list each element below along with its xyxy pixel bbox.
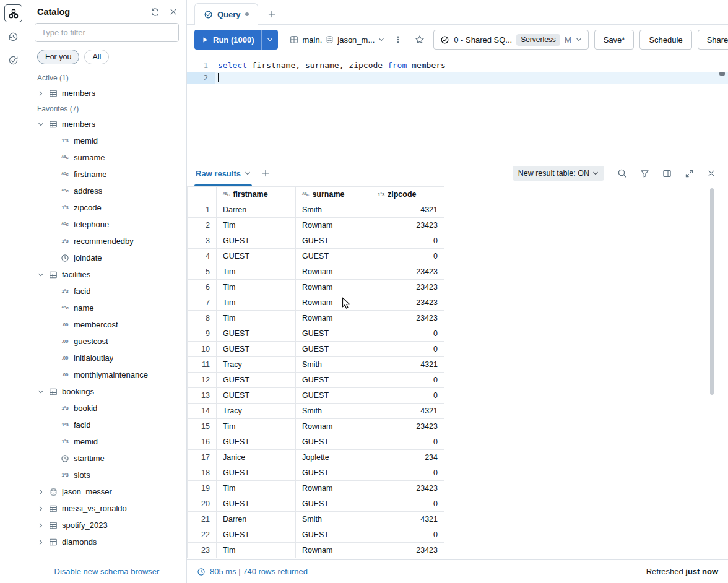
tree-item-facilities[interactable]: facilities bbox=[27, 266, 186, 283]
tree-item-messi_vs_ronaldo[interactable]: messi_vs_ronaldo bbox=[27, 500, 186, 517]
cell-firstname[interactable]: GUEST bbox=[217, 249, 296, 264]
cell-firstname[interactable]: GUEST bbox=[217, 388, 296, 404]
cell-surname[interactable]: Smith bbox=[296, 512, 371, 527]
tree-item-members[interactable]: members bbox=[27, 116, 186, 132]
chevron-down-icon[interactable] bbox=[35, 389, 46, 395]
cell-surname[interactable]: Rownam bbox=[296, 481, 371, 496]
cell-zipcode[interactable]: 0 bbox=[371, 249, 444, 264]
filter-icon[interactable] bbox=[636, 165, 652, 181]
row-number-cell[interactable]: 9 bbox=[187, 326, 217, 342]
row-number-cell[interactable]: 12 bbox=[187, 373, 217, 388]
all-pill[interactable]: All bbox=[84, 50, 109, 64]
cell-zipcode[interactable]: 23423 bbox=[371, 218, 444, 233]
cell-firstname[interactable]: GUEST bbox=[217, 326, 296, 342]
new-result-table-toggle[interactable]: New result table: ON bbox=[513, 166, 604, 181]
cell-firstname[interactable]: GUEST bbox=[217, 434, 296, 450]
cell-firstname[interactable]: GUEST bbox=[217, 233, 296, 249]
chevron-right-icon[interactable] bbox=[35, 522, 46, 529]
for-you-pill[interactable]: For you bbox=[37, 50, 79, 64]
cell-surname[interactable]: Rownam bbox=[296, 264, 371, 280]
rail-catalog-button[interactable] bbox=[4, 4, 22, 22]
cell-surname[interactable]: GUEST bbox=[296, 434, 371, 450]
cell-zipcode[interactable]: 0 bbox=[371, 527, 444, 543]
save-button[interactable]: Save* bbox=[594, 30, 635, 50]
favorite-star-button[interactable] bbox=[412, 32, 428, 48]
cell-surname[interactable]: GUEST bbox=[296, 326, 371, 342]
tree-item-membercost[interactable]: .00membercost bbox=[27, 316, 186, 333]
cell-surname[interactable]: Rownam bbox=[296, 543, 371, 558]
row-number-cell[interactable]: 14 bbox=[187, 404, 217, 419]
cell-zipcode[interactable]: 23423 bbox=[371, 481, 444, 496]
tab-query[interactable]: Query bbox=[194, 3, 258, 25]
cell-zipcode[interactable]: 23423 bbox=[371, 280, 444, 295]
cell-zipcode[interactable]: 23423 bbox=[371, 419, 444, 434]
row-number-cell[interactable]: 3 bbox=[187, 233, 217, 249]
cell-zipcode[interactable]: 4321 bbox=[371, 202, 444, 218]
catalog-schema-selector[interactable]: main. jason_m... bbox=[290, 35, 384, 45]
tree-item-diamonds[interactable]: diamonds bbox=[27, 533, 186, 550]
tree-item-facid[interactable]: 1²3facid bbox=[27, 417, 186, 433]
search-icon[interactable] bbox=[614, 165, 630, 181]
cell-firstname[interactable]: Darren bbox=[217, 202, 296, 218]
row-number-cell[interactable]: 8 bbox=[187, 311, 217, 326]
schedule-button[interactable]: Schedule bbox=[639, 30, 691, 50]
cell-zipcode[interactable]: 4321 bbox=[371, 512, 444, 527]
cell-surname[interactable]: Joplette bbox=[296, 450, 371, 465]
row-number-cell[interactable]: 2 bbox=[187, 218, 217, 233]
cell-zipcode[interactable]: 23423 bbox=[371, 543, 444, 558]
cell-firstname[interactable]: Tim bbox=[217, 218, 296, 233]
cell-surname[interactable]: GUEST bbox=[296, 465, 371, 481]
tree-item-firstname[interactable]: ᴬᴮcfirstname bbox=[27, 166, 186, 183]
cell-firstname[interactable]: Tracy bbox=[217, 404, 296, 419]
tree-item-joindate[interactable]: joindate bbox=[27, 249, 186, 266]
cell-firstname[interactable]: Tracy bbox=[217, 357, 296, 373]
cell-zipcode[interactable]: 23423 bbox=[371, 295, 444, 311]
tree-item-members[interactable]: members bbox=[27, 85, 186, 101]
row-number-cell[interactable]: 22 bbox=[187, 527, 217, 543]
cell-surname[interactable]: GUEST bbox=[296, 342, 371, 357]
fullscreen-icon[interactable] bbox=[681, 165, 697, 181]
cell-firstname[interactable]: GUEST bbox=[217, 465, 296, 481]
cell-surname[interactable]: Rownam bbox=[296, 419, 371, 434]
row-number-cell[interactable]: 18 bbox=[187, 465, 217, 481]
more-options-button[interactable] bbox=[390, 32, 406, 48]
chevron-right-icon[interactable] bbox=[35, 539, 46, 545]
row-number-cell[interactable]: 21 bbox=[187, 512, 217, 527]
close-results-icon[interactable] bbox=[703, 165, 719, 181]
chevron-right-icon[interactable] bbox=[35, 489, 46, 495]
tree-item-monthlymaintenance[interactable]: .00monthlymaintenance bbox=[27, 366, 186, 383]
cell-firstname[interactable]: GUEST bbox=[217, 373, 296, 388]
column-header-zipcode[interactable]: 1²3zipcode bbox=[371, 186, 444, 202]
cell-firstname[interactable]: Tim bbox=[217, 264, 296, 280]
row-number-cell[interactable]: 10 bbox=[187, 342, 217, 357]
results-scrollbar[interactable] bbox=[710, 188, 714, 395]
row-number-cell[interactable]: 7 bbox=[187, 295, 217, 311]
cell-firstname[interactable]: GUEST bbox=[217, 527, 296, 543]
cell-firstname[interactable]: GUEST bbox=[217, 342, 296, 357]
row-number-cell[interactable]: 6 bbox=[187, 280, 217, 295]
code-line-2[interactable]: 2 bbox=[187, 72, 728, 84]
row-number-cell[interactable]: 1 bbox=[187, 202, 217, 218]
tree-item-bookings[interactable]: bookings bbox=[27, 383, 186, 400]
close-sidebar-icon[interactable] bbox=[169, 7, 178, 17]
cell-firstname[interactable]: Tim bbox=[217, 311, 296, 326]
tree-item-surname[interactable]: ᴬᴮcsurname bbox=[27, 149, 186, 166]
cell-zipcode[interactable]: 23423 bbox=[371, 264, 444, 280]
cell-zipcode[interactable]: 0 bbox=[371, 326, 444, 342]
row-number-cell[interactable]: 17 bbox=[187, 450, 217, 465]
tree-item-slots[interactable]: 1²3slots bbox=[27, 467, 186, 483]
row-number-cell[interactable]: 4 bbox=[187, 249, 217, 264]
cell-zipcode[interactable]: 0 bbox=[371, 342, 444, 357]
cell-firstname[interactable]: GUEST bbox=[217, 496, 296, 512]
cell-zipcode[interactable]: 4321 bbox=[371, 404, 444, 419]
code-line-1[interactable]: 1select firstname, surname, zipcode from… bbox=[187, 59, 728, 72]
run-button[interactable]: Run (1000) bbox=[194, 30, 278, 50]
share-button[interactable]: Share bbox=[698, 30, 728, 50]
row-number-cell[interactable]: 11 bbox=[187, 357, 217, 373]
chevron-down-icon[interactable] bbox=[35, 121, 46, 127]
chevron-right-icon[interactable] bbox=[35, 90, 46, 97]
cell-surname[interactable]: GUEST bbox=[296, 233, 371, 249]
cell-zipcode[interactable]: 0 bbox=[371, 233, 444, 249]
tree-item-initialoutlay[interactable]: .00initialoutlay bbox=[27, 350, 186, 366]
column-header-firstname[interactable]: ᴬᴮcfirstname bbox=[217, 186, 296, 202]
